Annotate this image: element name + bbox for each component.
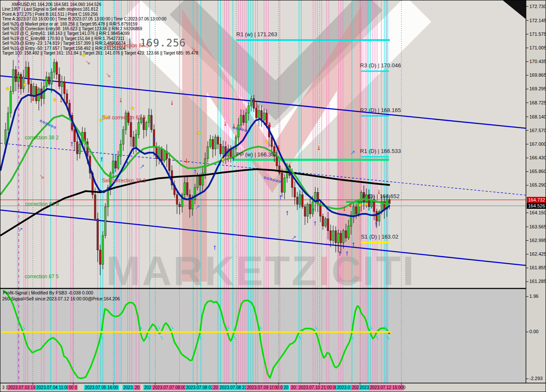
buy-signal-arrow-icon: ↑ (231, 155, 235, 163)
time-axis-label[interactable]: 2023.07.05 16:00 (84, 385, 119, 390)
price-axis-label: 167.570 (529, 128, 546, 133)
info-line-1: XMRUSD,H1 164.206 164.581 164.060 164.52… (2, 2, 198, 7)
price-axis-label: 170.435 (529, 59, 546, 64)
pivot-label: R2 (D) | 168.165 (360, 107, 401, 113)
info-line-6: Sell %20 @ Correction Entry38: 165.623 |… (2, 26, 198, 31)
time-axis-label[interactable]: 2023.07.08 23 (219, 385, 248, 390)
buy-signal-arrow-icon: ↑ (374, 220, 378, 228)
sell-signal-arrow-icon: ↓ (170, 98, 174, 107)
time-axis-label[interactable]: 20 (283, 385, 289, 390)
svg-text:MARKETZICITI: MARKETZICITI (106, 248, 415, 294)
hollow-sell-arrow-icon: ↘ (39, 173, 45, 180)
hollow-sell-arrow-icon: ↘ (106, 71, 111, 79)
sell-signal-arrow-icon: ↓ (256, 101, 259, 110)
fib-correction-label: correction 87 5 (25, 274, 58, 280)
oscillator-axis-label: -2.293 (529, 376, 543, 381)
buy-signal-arrow-icon: ↑ (70, 140, 74, 148)
time-axis-label[interactable]: 2023 (359, 385, 370, 390)
sell-signal-arrow-icon: ↓ (377, 187, 381, 196)
sell-correction-label: Sell correction 38.2 (102, 178, 146, 184)
buy-signal-arrow-icon: ↑ (193, 167, 197, 176)
price-axis-label: 172.730 (529, 4, 546, 9)
star-signal-icon: ★ (265, 139, 270, 145)
pivot-label: R1 (D) | 166.533 (360, 148, 401, 154)
sell-signal-arrow-icon: ↓ (317, 144, 321, 152)
time-axis-label[interactable]: 20 (134, 385, 140, 390)
buy-signal-arrow-icon: ↑ (213, 243, 217, 252)
sell-signal-arrow-icon: ↓ (268, 121, 272, 129)
sell-signal-arrow-icon: ↓ (343, 205, 346, 213)
oscillator-zero-line[interactable] (1, 331, 391, 333)
star-signal-icon: ★ (364, 201, 369, 207)
price-axis-label: 169.295 (529, 86, 546, 91)
pivot-label: S1 (D) | 163.02 (361, 233, 398, 240)
price-axis-label: 161.855 (529, 265, 546, 270)
pivot-label: R1 (w) | 171.263 (236, 31, 277, 37)
time-axis-label[interactable]: 2023.07.03 19 (7, 385, 36, 390)
time-axis-label[interactable]: 2023.07.09 15: (246, 385, 276, 390)
sell-signal-arrow-icon: ↓ (349, 201, 352, 209)
sell-signal-arrow-icon: ↓ (119, 96, 123, 104)
time-axis-label[interactable]: 202 (143, 385, 152, 390)
time-axis-label[interactable]: 2023.07.12 15:00 (369, 385, 404, 390)
time-axis-label[interactable]: 2023.0: (336, 385, 352, 390)
chart-canvas[interactable]: MARKETZICITI (0, 0, 546, 392)
sell-signal-arrow-icon: ↓ (31, 94, 35, 103)
pivot-label: P (D) | 164.652 (362, 193, 400, 199)
star-signal-icon: ★ (53, 97, 58, 103)
sell-correction-label: Sell correction 61.8 (102, 115, 146, 121)
price-axis-label: 167.000 (529, 141, 546, 147)
star-signal-icon: ★ (99, 117, 104, 123)
time-axis-label[interactable]: 20: (290, 385, 298, 390)
info-line-4: Time A:2023.07.03 16:00:00 | Time B:2023… (2, 17, 198, 21)
time-axis-label[interactable]: 2023.07.07 08:00 (152, 385, 187, 390)
price-axis-label: 165.290 (529, 182, 546, 187)
buy-signal-arrow-icon: ↑ (311, 206, 315, 215)
info-line-5: Sell %20 @ Market price or at: 169.256 |… (2, 22, 198, 26)
sell-signal-arrow-icon: ↓ (59, 96, 63, 104)
time-axis-label[interactable]: 00 0 (68, 385, 78, 390)
current-price-badge: 164.526 (527, 203, 546, 209)
time-axis-label[interactable]: 0 (402, 385, 407, 390)
info-line-3: Point A:172.275 | Point B:161.511 | Poin… (2, 12, 198, 17)
price-axis-label: 165.860 (529, 169, 546, 174)
star-signal-icon: ★ (358, 202, 363, 208)
alert-price-badge: 164.732 (527, 197, 546, 203)
price-axis-label: 162.425 (529, 251, 546, 257)
fib-correction-label: correction 61 8 (25, 201, 59, 207)
trading-terminal-window: MARKETZICITI XMRUSD,H1 164.206 164.581 1… (0, 0, 546, 392)
sell-signal-arrow-icon: ↓ (224, 119, 227, 128)
time-axis-label[interactable]: 2023.07.04 11:00 (35, 385, 70, 390)
price-axis-label: 162.995 (529, 238, 546, 243)
hollow-buy-arrow-icon: ↗ (139, 163, 145, 170)
time-axis-label[interactable]: 2023.07.10 21:00 (298, 385, 333, 390)
info-line-2: Line:1957 | Last Signal is:Sell with sto… (2, 7, 198, 12)
hollow-sell-arrow-icon: ↘ (224, 154, 229, 162)
buy-signal-arrow-icon: ↑ (285, 209, 289, 217)
oscillator-panel-bg (0, 289, 526, 383)
hollow-sell-arrow-icon: ↘ (191, 45, 196, 52)
star-signal-icon: ★ (6, 86, 10, 92)
price-axis-label: 169.865 (529, 72, 546, 78)
subpanel-signal-text: 260-Signal=Sell since:2023.07.12 16:00:0… (2, 296, 120, 302)
pivot-label: PP (w) | 166.387 (236, 151, 277, 158)
price-axis-label: 171.005 (529, 45, 546, 50)
buy-signal-arrow-icon: ↑ (100, 155, 104, 164)
sell-signal-arrow-icon: ↓ (277, 143, 281, 151)
price-axis-label: 168.725 (529, 100, 546, 105)
hollow-buy-arrow-icon: ↗ (195, 203, 200, 211)
price-axis-label: 163.565 (529, 224, 546, 229)
time-axis-label[interactable]: 20 (212, 385, 219, 390)
info-line-7: Sell %15 @ C_Entry61: 168.163 || Target:… (2, 31, 198, 36)
buy-signal-arrow-icon: ↑ (313, 219, 317, 228)
star-signal-icon: ★ (197, 130, 202, 136)
price-axis-label: 171.575 (529, 32, 546, 37)
chart-svg[interactable]: MARKETZICITI (0, 0, 546, 392)
hollow-buy-arrow-icon: ↗ (18, 226, 23, 233)
subpanel-title: Profit-Signal | Modified By FSB3 -0.038 … (3, 290, 93, 296)
time-axis-label[interactable]: 00:0 (273, 385, 283, 390)
star-signal-icon: ★ (131, 105, 135, 111)
buy-signal-arrow-icon: ↑ (338, 249, 342, 258)
sell-correction-label: Sell correction 87.5 (105, 43, 149, 49)
star-signal-icon: ★ (23, 81, 27, 87)
